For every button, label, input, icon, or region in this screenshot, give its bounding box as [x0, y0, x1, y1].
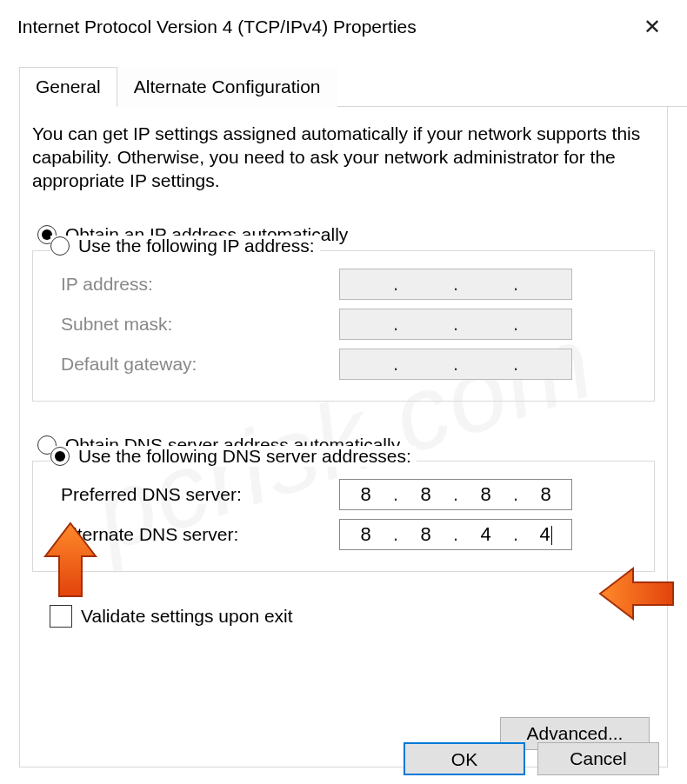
- tab-strip: General Alternate Configuration: [19, 66, 687, 107]
- validate-checkbox-row[interactable]: Validate settings upon exit: [50, 605, 655, 628]
- field-pref-dns: Preferred DNS server: 8. 8. 8. 8: [61, 479, 642, 510]
- text-caret: [551, 526, 552, 545]
- dns-group: Use the following DNS server addresses: …: [32, 461, 655, 572]
- dialog-buttons: OK Cancel: [404, 742, 659, 775]
- field-subnet: Subnet mask: . . .: [61, 309, 642, 340]
- gateway-label: Default gateway:: [61, 354, 339, 375]
- close-icon[interactable]: ✕: [635, 15, 670, 39]
- validate-checkbox[interactable]: [50, 605, 72, 628]
- subnet-input: . . .: [339, 309, 572, 340]
- field-gateway: Default gateway: . . .: [61, 349, 642, 380]
- gateway-input: . . .: [339, 349, 572, 380]
- ip-group: Use the following IP address: IP address…: [32, 250, 655, 402]
- radio-dns-manual-label: Use the following DNS server addresses:: [78, 446, 411, 467]
- field-alt-dns: Alternate DNS server: 8. 8. 4. 4: [61, 519, 642, 550]
- radio-ip-manual[interactable]: [50, 236, 70, 256]
- ok-button[interactable]: OK: [404, 742, 525, 775]
- pref-dns-label: Preferred DNS server:: [61, 484, 339, 505]
- alt-dns-input[interactable]: 8. 8. 4. 4: [339, 519, 572, 550]
- field-ip-address: IP address: . . .: [61, 269, 642, 300]
- radio-ip-manual-label: Use the following IP address:: [78, 236, 315, 256]
- radio-dns-manual-row[interactable]: Use the following DNS server addresses:: [50, 446, 417, 467]
- cancel-button[interactable]: Cancel: [537, 742, 659, 775]
- validate-label: Validate settings upon exit: [81, 606, 293, 627]
- tab-content: pcrisk.com You can get IP settings assig…: [19, 107, 668, 767]
- tab-general[interactable]: General: [19, 67, 117, 107]
- titlebar: Internet Protocol Version 4 (TCP/IPv4) P…: [0, 0, 687, 49]
- ip-address-input: . . .: [339, 269, 572, 300]
- tab-alternate[interactable]: Alternate Configuration: [117, 67, 337, 107]
- radio-dns-manual[interactable]: [50, 447, 70, 466]
- subnet-label: Subnet mask:: [61, 314, 339, 335]
- pref-dns-input[interactable]: 8. 8. 8. 8: [339, 479, 572, 510]
- window-title: Internet Protocol Version 4 (TCP/IPv4) P…: [17, 17, 417, 37]
- ip-address-label: IP address:: [61, 274, 339, 295]
- alt-dns-label: Alternate DNS server:: [61, 524, 339, 545]
- radio-ip-manual-row[interactable]: Use the following IP address:: [50, 236, 320, 256]
- intro-text: You can get IP settings assigned automat…: [32, 123, 655, 193]
